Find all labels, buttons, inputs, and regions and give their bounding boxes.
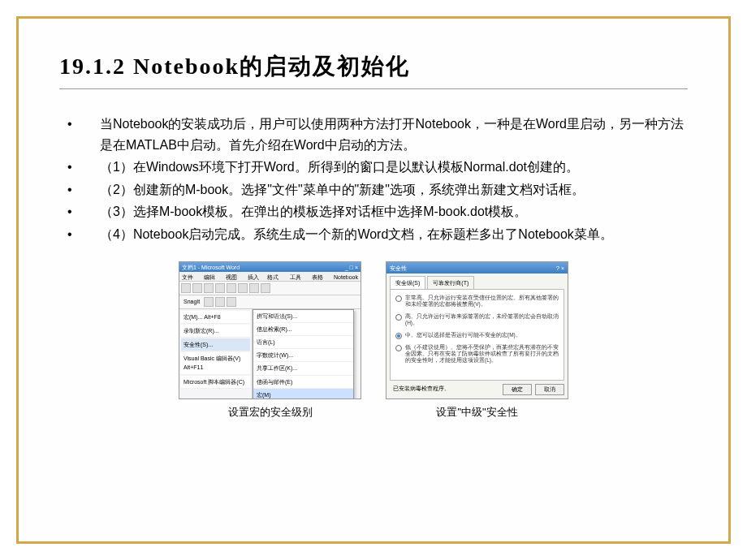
word-body: 宏(M)... Alt+F8 录制新宏(R)... 安全性(S)... Visu…	[179, 309, 361, 399]
radio-icon	[395, 345, 402, 351]
dropdown-item[interactable]: 拼写和语法(S)...	[253, 310, 353, 323]
slide-container: 19.1.2 Notebook的启动及初始化 当Notebook的安装成功后，用…	[16, 16, 731, 544]
bullet-item: （3）选择M-book模板。在弹出的模板选择对话框中选择M-book.dot模板…	[84, 201, 688, 222]
word-screenshot: 文档1 - Microsoft Word _ □ × 文件(F) 编辑(E) 视…	[179, 261, 361, 399]
radio-label: 低（不建议使用）。您将不受保护，而某些宏具有潜在的不安全因素。只有在安装了防病毒…	[405, 344, 559, 364]
right-image-block: 安全性 ? × 安全级(S) 可靠发行商(T) 非常高。只允许运行安装在受信任位…	[386, 261, 568, 421]
radio-option[interactable]: 高。只允许运行可靠来源签署的宏，未经签署的宏会自动取消(H)。	[395, 313, 559, 327]
menu-item[interactable]: 工具(T)	[290, 273, 308, 280]
word-toolbar2: SnagIt	[179, 295, 361, 309]
toolbar-icon[interactable]	[192, 283, 202, 293]
sidebar-item[interactable]: Microsoft 脚本编辑器(C)	[181, 376, 250, 389]
radio-icon	[395, 314, 402, 321]
menu-item[interactable]: Notebook	[334, 273, 358, 280]
cancel-button[interactable]: 取消	[535, 384, 564, 395]
word-toolbar	[179, 282, 361, 295]
sidebar-item[interactable]: 录制新宏(R)...	[181, 325, 250, 338]
menu-item[interactable]: 格式(O)	[267, 273, 286, 280]
menu-item[interactable]: 文件(F)	[182, 273, 200, 280]
toolbar-icon[interactable]	[181, 283, 191, 293]
word-title-text: 文档1 - Microsoft Word	[182, 263, 240, 271]
bullet-item: （2）创建新的M-book。选择"文件"菜单中的"新建"选项，系统弹出新建文档对…	[84, 179, 688, 200]
toolbar-icon[interactable]	[204, 283, 214, 293]
dropdown-item[interactable]: 字数统计(W)...	[253, 349, 353, 362]
dropdown-item[interactable]: 共享工作区(K)...	[253, 362, 353, 375]
dialog-tabs: 安全级(S) 可靠发行商(T)	[386, 274, 568, 289]
radio-label: 中。您可以选择是否运行可能不安全的宏(M)。	[405, 332, 521, 338]
toolbar-icon[interactable]	[215, 297, 225, 307]
slide-title: 19.1.2 Notebook的启动及初始化	[59, 51, 688, 82]
bullet-item: （1）在Windows环境下打开Word。所得到的窗口是以默认模板Normal.…	[84, 157, 688, 178]
toolbar-icon[interactable]	[249, 283, 259, 293]
toolbar-icon[interactable]	[261, 283, 270, 293]
toolbar-icon[interactable]	[227, 297, 236, 307]
sidebar-item[interactable]: 宏(M)... Alt+F8	[181, 311, 250, 324]
left-image-block: 文档1 - Microsoft Word _ □ × 文件(F) 编辑(E) 视…	[179, 261, 361, 421]
title-underline	[59, 88, 688, 89]
radio-option[interactable]: 低（不建议使用）。您将不受保护，而某些宏具有潜在的不安全因素。只有在安装了防病毒…	[395, 344, 559, 364]
dialog-titlebar: 安全性 ? ×	[386, 262, 568, 274]
sidebar-item[interactable]: Visual Basic 编辑器(V) Alt+F11	[181, 352, 250, 374]
radio-icon	[395, 295, 402, 302]
dialog-panel: 非常高。只允许运行安装在受信任位置的宏。所有其他签署的和未经签署的宏都将被禁用(…	[390, 289, 564, 381]
bullet-item: 当Notebook的安装成功后，用户可以使用两种方法打开Notebook，一种是…	[84, 114, 688, 155]
sidebar-item-security[interactable]: 安全性(S)...	[181, 338, 250, 351]
security-dialog-screenshot: 安全性 ? × 安全级(S) 可靠发行商(T) 非常高。只允许运行安装在受信任位…	[386, 261, 568, 399]
toolbar-icon[interactable]	[204, 297, 214, 307]
tab-security-level[interactable]: 安全级(S)	[390, 276, 425, 289]
slide-content: 当Notebook的安装成功后，用户可以使用两种方法打开Notebook，一种是…	[59, 114, 688, 420]
toolbar-icon[interactable]	[227, 283, 236, 293]
menu-item[interactable]: 编辑(E)	[204, 273, 222, 280]
dialog-close-icon[interactable]: ? ×	[556, 264, 564, 272]
radio-option[interactable]: 非常高。只允许运行安装在受信任位置的宏。所有其他签署的和未经签署的宏都将被禁用(…	[395, 295, 559, 308]
menu-item[interactable]: 插入(I)	[248, 273, 264, 280]
dropdown-item-macro[interactable]: 宏(M)	[253, 389, 353, 399]
right-caption: 设置"中级"安全性	[436, 404, 517, 421]
tools-dropdown: 拼写和语法(S)... 信息检索(R)... 语言(L) 字数统计(W)... …	[253, 309, 354, 399]
images-row: 文档1 - Microsoft Word _ □ × 文件(F) 编辑(E) 视…	[59, 261, 688, 421]
bullet-item: （4）Notebook启动完成。系统生成一个新的Word文档，在标题栏多出了No…	[84, 224, 688, 245]
ok-button[interactable]: 确定	[503, 384, 532, 395]
bullet-list: 当Notebook的安装成功后，用户可以使用两种方法打开Notebook，一种是…	[59, 114, 688, 245]
dropdown-item[interactable]: 信息检索(R)...	[253, 323, 353, 336]
dropdown-item[interactable]: 语言(L)	[253, 336, 353, 349]
radio-option[interactable]: 中。您可以选择是否运行可能不安全的宏(M)。	[395, 332, 559, 339]
virus-check-text: 已安装病毒检查程序。	[393, 385, 450, 393]
snagit-label: SnagIt	[181, 297, 202, 306]
dropdown-item[interactable]: 信函与邮件(E)	[253, 376, 353, 389]
window-controls: _ □ ×	[345, 263, 358, 271]
word-menubar: 文件(F) 编辑(E) 视图(V) 插入(I) 格式(O) 工具(T) 表格(A…	[179, 272, 361, 282]
toolbar-icon[interactable]	[215, 283, 225, 293]
left-caption: 设置宏的安全级别	[228, 404, 313, 421]
dialog-footer: 已安装病毒检查程序。 确定 取消	[386, 381, 568, 398]
word-sidebar: 宏(M)... Alt+F8 录制新宏(R)... 安全性(S)... Visu…	[179, 309, 253, 399]
tab-trusted-publishers[interactable]: 可靠发行商(T)	[427, 276, 474, 289]
menu-item[interactable]: 视图(V)	[226, 273, 244, 280]
radio-label: 非常高。只允许运行安装在受信任位置的宏。所有其他签署的和未经签署的宏都将被禁用(…	[405, 295, 559, 308]
menu-item[interactable]: 表格(A)	[312, 273, 330, 280]
radio-icon-selected	[395, 333, 402, 339]
toolbar-icon[interactable]	[238, 283, 248, 293]
dialog-title: 安全性	[390, 264, 407, 272]
word-titlebar: 文档1 - Microsoft Word _ □ ×	[179, 262, 361, 272]
radio-label: 高。只允许运行可靠来源签署的宏，未经签署的宏会自动取消(H)。	[405, 313, 559, 327]
